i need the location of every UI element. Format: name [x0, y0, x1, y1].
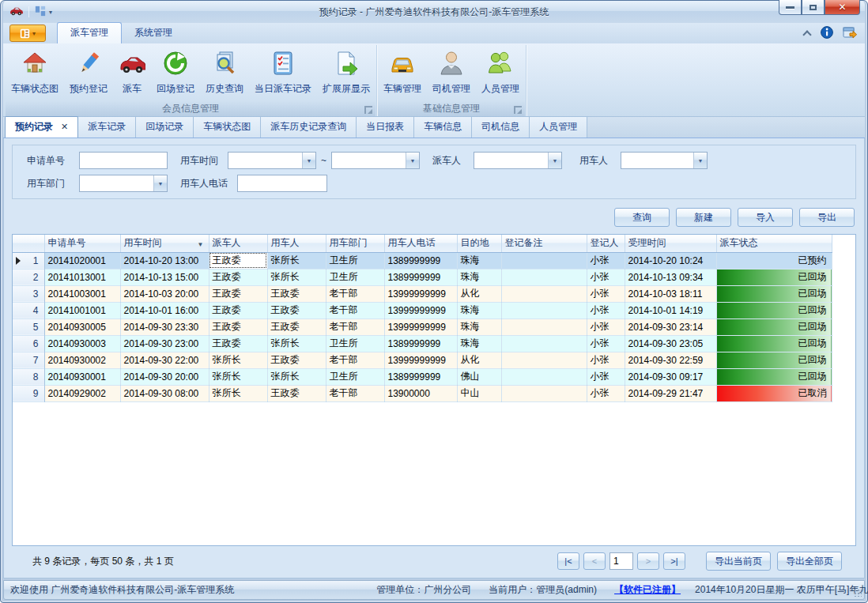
ribbon-button-today-dispatch-records[interactable]: 当日派车记录 — [249, 45, 317, 101]
column-header-destination[interactable]: 目的地 — [457, 235, 501, 252]
cell-department[interactable]: 老干部 — [326, 302, 384, 318]
table-row[interactable]: 1201410200012014-10-20 13:00王政委张所长卫生所138… — [13, 252, 832, 269]
cell-destination[interactable]: 珠海 — [457, 252, 501, 269]
cell-user[interactable]: 张所长 — [267, 368, 326, 385]
cell-phone[interactable]: 1389999999 — [384, 252, 457, 269]
cell-destination[interactable]: 佛山 — [457, 368, 501, 385]
cell-destination[interactable]: 珠海 — [457, 335, 501, 352]
row-number[interactable]: 2 — [13, 269, 44, 285]
cell-destination[interactable]: 从化 — [457, 285, 501, 302]
cell-dispatcher[interactable]: 王政委 — [209, 252, 267, 269]
cell-department[interactable]: 卫生所 — [326, 252, 384, 269]
cell-request_no[interactable]: 20140930001 — [44, 368, 120, 385]
cell-remark[interactable] — [501, 352, 587, 368]
cell-user[interactable]: 王政委 — [267, 385, 326, 401]
dispatcher-combo[interactable]: ▼ — [474, 152, 562, 169]
cell-use_time[interactable]: 2014-10-20 13:00 — [120, 252, 209, 269]
doc-tab-driver-info[interactable]: 司机信息 — [471, 116, 530, 138]
cell-status[interactable]: 已回场 — [716, 335, 832, 352]
cell-user[interactable]: 王政委 — [267, 302, 326, 318]
cell-remark[interactable] — [501, 285, 587, 302]
use-time-to-combo[interactable]: ▼ — [331, 152, 420, 169]
cell-dispatcher[interactable]: 张所长 — [209, 352, 267, 368]
column-header-status[interactable]: 派车状态 — [716, 235, 832, 252]
license-status-link[interactable]: 【软件已注册】 — [614, 583, 681, 597]
page-number-input[interactable] — [609, 552, 633, 570]
cell-department[interactable]: 卫生所 — [326, 269, 384, 285]
table-row[interactable]: 9201409290022014-09-30 08:00张所长王政委老干部139… — [13, 385, 832, 401]
close-tab-icon[interactable]: ✕ — [61, 122, 68, 131]
ribbon-button-dispatch[interactable]: 派车 — [113, 45, 151, 101]
cell-remark[interactable] — [501, 385, 587, 401]
ribbon-button-vehicle-status-map[interactable]: 车辆状态图 — [6, 45, 64, 101]
cell-request_no[interactable]: 20141003001 — [44, 285, 120, 302]
cell-remark[interactable] — [501, 269, 587, 285]
row-number[interactable]: 6 — [13, 335, 44, 352]
cell-registrar[interactable]: 小张 — [587, 335, 625, 352]
table-row[interactable]: 4201410010012014-10-01 16:00王政委王政委老干部139… — [13, 302, 832, 318]
doc-tab-daily-report[interactable]: 当日报表 — [356, 116, 414, 138]
ribbon-button-history-query[interactable]: 历史查询 — [200, 45, 249, 101]
cell-use_time[interactable]: 2014-10-13 15:00 — [120, 269, 209, 285]
query-button[interactable]: 查询 — [614, 208, 670, 227]
doc-tab-dispatch-records[interactable]: 派车记录 — [77, 116, 136, 138]
ribbon-button-extended-screen[interactable]: 扩展屏显示 — [317, 45, 376, 101]
department-combo[interactable]: ▼ — [79, 175, 168, 192]
cell-user[interactable]: 张所长 — [267, 269, 326, 285]
ribbon-button-driver-mgmt[interactable]: 司机管理 — [427, 45, 476, 101]
cell-user[interactable]: 张所长 — [267, 252, 326, 269]
cell-accept_time[interactable]: 2014-10-03 18:11 — [625, 285, 716, 302]
row-number[interactable]: 4 — [13, 302, 44, 318]
cell-accept_time[interactable]: 2014-10-13 09:34 — [625, 269, 716, 285]
cell-dispatcher[interactable]: 王政委 — [209, 269, 267, 285]
cell-remark[interactable] — [501, 368, 587, 385]
cell-registrar[interactable]: 小张 — [587, 285, 625, 302]
cell-phone[interactable]: 1389999999 — [384, 335, 457, 352]
minimize-button[interactable] — [779, 0, 802, 15]
cell-accept_time[interactable]: 2014-09-30 09:17 — [625, 368, 716, 385]
column-header-registrar[interactable]: 登记人 — [587, 235, 625, 252]
column-header-dispatcher[interactable]: 派车人 — [209, 235, 267, 252]
cell-use_time[interactable]: 2014-09-30 23:00 — [120, 335, 209, 352]
cell-destination[interactable]: 珠海 — [457, 269, 501, 285]
cell-accept_time[interactable]: 2014-10-20 10:24 — [625, 252, 716, 269]
cell-use_time[interactable]: 2014-09-30 20:00 — [120, 368, 209, 385]
export-all-pages-button[interactable]: 导出全部页 — [777, 552, 842, 571]
request-no-input[interactable] — [79, 152, 168, 169]
table-row[interactable]: 5201409300052014-09-30 23:30王政委王政委老干部139… — [13, 318, 832, 335]
doc-tab-return-records[interactable]: 回场记录 — [135, 116, 194, 138]
combo-arrow-icon[interactable]: ▼ — [693, 153, 707, 168]
column-header-remark[interactable]: 登记备注 — [501, 235, 587, 252]
row-number[interactable]: 5 — [13, 318, 44, 335]
table-row[interactable]: 2201410130012014-10-13 15:00王政委张所长卫生所138… — [13, 269, 832, 285]
cell-request_no[interactable]: 20141020001 — [44, 252, 120, 269]
cell-registrar[interactable]: 小张 — [587, 252, 625, 269]
ribbon-tab-dispatch-mgmt[interactable]: 派车管理 — [57, 22, 122, 43]
cell-accept_time[interactable]: 2014-09-30 23:05 — [625, 335, 716, 352]
cell-status[interactable]: 已回场 — [716, 352, 832, 368]
column-header-phone[interactable]: 用车人电话 — [384, 235, 457, 252]
cell-remark[interactable] — [501, 252, 587, 269]
doc-tab-reservation-records[interactable]: 预约记录✕ — [5, 116, 78, 138]
table-row[interactable]: 3201410030012014-10-03 20:00王政委王政委老干部139… — [13, 285, 832, 302]
doc-tab-vehicle-status-map[interactable]: 车辆状态图 — [193, 116, 261, 138]
cell-user[interactable]: 王政委 — [267, 318, 326, 335]
ribbon-button-vehicle-mgmt[interactable]: 车辆管理 — [378, 45, 427, 101]
row-number[interactable]: 8 — [13, 368, 44, 385]
cell-phone[interactable]: 1389999999 — [384, 368, 457, 385]
cell-destination[interactable]: 中山 — [457, 385, 501, 401]
export-button[interactable]: 导出 — [799, 208, 855, 227]
cell-use_time[interactable]: 2014-09-30 23:30 — [120, 318, 209, 335]
cell-phone[interactable]: 13900000 — [384, 385, 457, 401]
cell-remark[interactable] — [501, 335, 587, 352]
cell-request_no[interactable]: 20140930005 — [44, 318, 120, 335]
info-icon[interactable] — [821, 26, 833, 41]
cell-accept_time[interactable]: 2014-09-30 22:59 — [625, 352, 716, 368]
cell-department[interactable]: 卫生所 — [326, 368, 384, 385]
cell-department[interactable]: 老干部 — [326, 352, 384, 368]
ribbon-tab-system-mgmt[interactable]: 系统管理 — [122, 23, 185, 43]
cell-dispatcher[interactable]: 张所长 — [209, 385, 267, 401]
table-row[interactable]: 6201409300032014-09-30 23:00王政委张所长卫生所138… — [13, 335, 832, 352]
export-current-page-button[interactable]: 导出当前页 — [706, 552, 771, 571]
cell-use_time[interactable]: 2014-09-30 08:00 — [120, 385, 209, 401]
